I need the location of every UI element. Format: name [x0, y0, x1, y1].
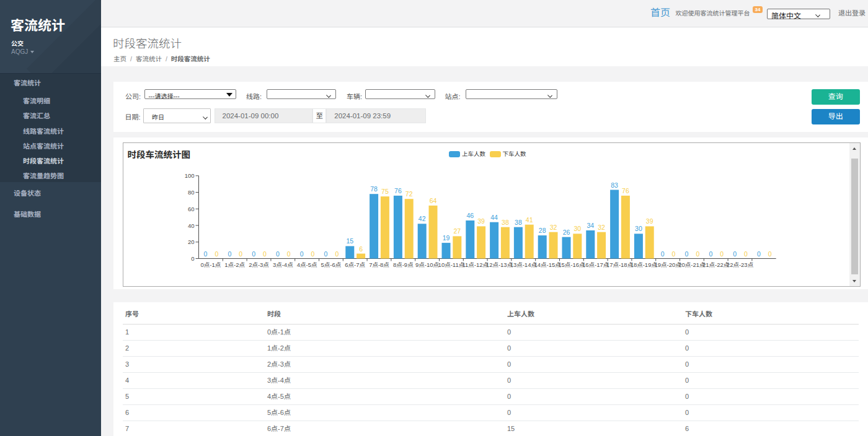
svg-text:8点-9点: 8点-9点	[392, 261, 413, 268]
svg-text:0: 0	[311, 250, 314, 258]
svg-text:15: 15	[346, 237, 353, 245]
svg-text:0: 0	[720, 250, 724, 258]
svg-text:0: 0	[228, 250, 231, 258]
svg-text:6点-7点: 6点-7点	[345, 261, 365, 268]
svg-text:3点-4点: 3点-4点	[272, 261, 293, 268]
svg-text:38: 38	[502, 219, 509, 226]
svg-text:30: 30	[635, 225, 642, 232]
svg-text:20点-21点: 20点-21点	[678, 261, 706, 268]
svg-text:5点-6点: 5点-6点	[321, 261, 341, 268]
svg-text:44: 44	[490, 214, 498, 221]
svg-text:27: 27	[453, 227, 461, 235]
svg-text:42: 42	[418, 215, 425, 222]
svg-text:22点-23点: 22点-23点	[726, 261, 753, 268]
svg-text:6: 6	[359, 245, 363, 253]
svg-text:19: 19	[442, 234, 450, 242]
svg-text:80: 80	[187, 189, 194, 196]
svg-text:0: 0	[215, 250, 218, 258]
svg-text:72: 72	[405, 190, 412, 198]
svg-text:76: 76	[394, 187, 402, 194]
svg-text:0点-1点: 0点-1点	[200, 261, 221, 268]
svg-text:0: 0	[262, 250, 266, 258]
svg-text:83: 83	[611, 181, 618, 189]
svg-text:38: 38	[515, 219, 522, 226]
svg-text:46: 46	[466, 212, 474, 219]
svg-text:17点-18点: 17点-18点	[606, 261, 633, 268]
svg-text:78: 78	[370, 185, 378, 193]
svg-text:1点-2点: 1点-2点	[224, 261, 245, 268]
svg-text:0: 0	[696, 250, 699, 258]
svg-text:0: 0	[239, 250, 242, 258]
svg-text:39: 39	[645, 217, 653, 225]
svg-text:11点-12点: 11点-12点	[462, 261, 489, 268]
svg-text:13点-14点: 13点-14点	[510, 261, 537, 268]
svg-text:0: 0	[324, 250, 327, 258]
svg-text:32: 32	[549, 224, 557, 231]
svg-text:0: 0	[709, 250, 712, 258]
svg-text:4点-5点: 4点-5点	[296, 261, 317, 268]
svg-text:9点-10点: 9点-10点	[415, 261, 440, 268]
svg-text:16点-17点: 16点-17点	[582, 261, 609, 268]
svg-text:28: 28	[538, 227, 546, 234]
svg-text:20: 20	[187, 238, 194, 245]
svg-text:76: 76	[622, 187, 629, 194]
svg-text:7点-8点: 7点-8点	[369, 261, 389, 268]
svg-text:0: 0	[684, 250, 688, 258]
svg-text:40: 40	[187, 222, 194, 229]
svg-text:0: 0	[660, 250, 664, 258]
svg-text:0: 0	[252, 250, 255, 258]
svg-text:12点-13点: 12点-13点	[485, 261, 513, 268]
svg-text:0: 0	[203, 250, 207, 258]
svg-text:0: 0	[299, 250, 303, 258]
svg-text:14点-15点: 14点-15点	[534, 261, 561, 268]
svg-text:0: 0	[756, 250, 760, 258]
svg-text:75: 75	[381, 188, 389, 195]
svg-text:0: 0	[191, 255, 194, 262]
svg-text:15点-16点: 15点-16点	[558, 261, 585, 268]
svg-text:41: 41	[525, 216, 533, 224]
svg-text:21点-22点: 21点-22点	[702, 261, 730, 268]
svg-text:0: 0	[335, 250, 339, 258]
svg-text:0: 0	[275, 250, 279, 258]
svg-text:0: 0	[768, 250, 771, 258]
svg-text:2点-3点: 2点-3点	[249, 261, 269, 268]
svg-text:26: 26	[562, 229, 570, 236]
svg-text:30: 30	[574, 225, 581, 232]
svg-text:0: 0	[671, 250, 675, 258]
svg-text:18点-19点: 18点-19点	[630, 261, 657, 268]
svg-text:10点-11点: 10点-11点	[438, 261, 464, 268]
svg-text:64: 64	[429, 197, 436, 204]
svg-text:32: 32	[598, 224, 605, 231]
svg-text:60: 60	[187, 206, 194, 212]
svg-text:34: 34	[587, 222, 594, 229]
svg-text:0: 0	[286, 250, 290, 258]
svg-text:100: 100	[184, 172, 194, 179]
svg-text:0: 0	[743, 250, 747, 258]
svg-text:0: 0	[733, 250, 737, 258]
svg-text:39: 39	[477, 217, 485, 225]
svg-text:19点-20点: 19点-20点	[654, 261, 681, 268]
